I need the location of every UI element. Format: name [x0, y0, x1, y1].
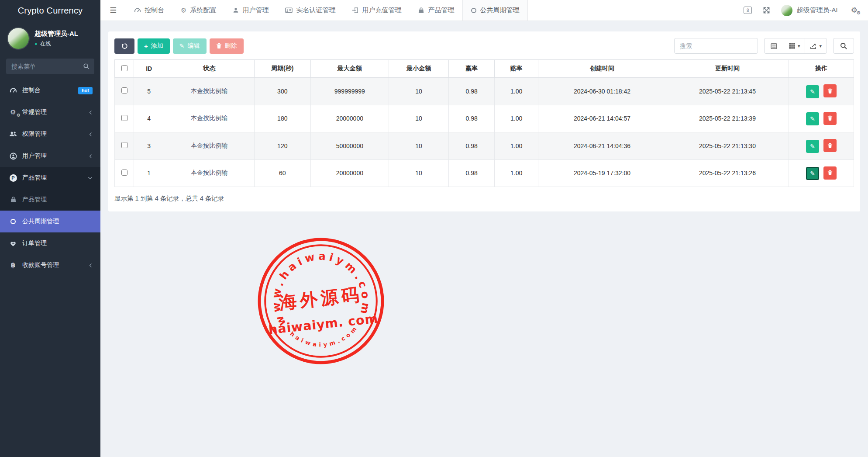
refresh-button[interactable]: [114, 38, 134, 54]
row-edit-button[interactable]: ✎: [806, 140, 819, 153]
pagination-summary: 显示第 1 到第 4 条记录，总共 4 条记录: [114, 194, 854, 203]
cell-period: 180: [254, 105, 310, 132]
cell-created: 2024-06-21 14:04:57: [538, 105, 666, 132]
row-checkbox[interactable]: [121, 115, 127, 121]
row-checkbox[interactable]: [121, 142, 127, 148]
row-edit-button[interactable]: ✎: [806, 85, 819, 98]
tab-label: 公共周期管理: [480, 6, 519, 14]
fullscreen-button[interactable]: [763, 7, 770, 14]
cell-status[interactable]: 本金按比例输: [191, 142, 227, 149]
topbar-right: 文 超级管理员-AL ⚙ ⚙: [744, 0, 868, 21]
cell-period: 60: [254, 159, 310, 187]
search-icon: [840, 42, 847, 49]
tab-system-config[interactable]: ⚙ 系统配置: [172, 0, 224, 21]
watermark-bottom-arc-text: haiwaiym.com: [288, 323, 361, 351]
cell-min: 10: [389, 78, 449, 105]
user-circle-icon: [8, 152, 18, 160]
columns-button[interactable]: ▾: [784, 38, 806, 54]
column-header[interactable]: 最小金额: [389, 60, 449, 78]
tab-user-recharge[interactable]: 用户充值管理: [344, 0, 410, 21]
cell-max: 20000000: [310, 159, 389, 187]
search-icon: [83, 63, 90, 69]
menu-search-input[interactable]: [6, 59, 94, 74]
toggle-view-button[interactable]: [764, 38, 784, 54]
tachometer-icon: [134, 7, 141, 14]
sidebar-subitem-period[interactable]: 公共周期管理: [0, 211, 100, 232]
column-header[interactable]: 更新时间: [666, 60, 789, 78]
cell-status[interactable]: 本金按比例输: [191, 87, 227, 94]
row-delete-button[interactable]: [823, 112, 837, 125]
cell-period: 300: [254, 78, 310, 105]
cell-min: 10: [389, 132, 449, 160]
cell-max: 20000000: [310, 105, 389, 132]
row-checkbox[interactable]: [121, 170, 127, 176]
sign-in-icon: [352, 7, 358, 14]
row-edit-button[interactable]: ✎: [806, 112, 819, 125]
sidebar-item-dashboard[interactable]: 控制台 hot: [0, 80, 100, 101]
language-button[interactable]: 文: [744, 7, 752, 14]
tab-product-management[interactable]: 产品管理: [410, 0, 462, 21]
cell-status[interactable]: 本金按比例输: [191, 169, 227, 176]
user-name: 超级管理员-AL: [34, 30, 78, 38]
export-button[interactable]: ▾: [805, 38, 827, 54]
row-delete-button[interactable]: [823, 139, 837, 152]
sidebar-item-permission[interactable]: 权限管理: [0, 123, 100, 145]
select-all-checkbox[interactable]: [121, 65, 127, 71]
sidebar-item-product-group[interactable]: P 产品管理: [0, 167, 100, 189]
user-icon: [233, 7, 239, 14]
tab-identity-verification[interactable]: 实名认证管理: [277, 0, 344, 21]
plus-icon: +: [144, 43, 148, 49]
cell-id: 3: [134, 132, 164, 160]
column-header[interactable]: 赢率: [449, 60, 495, 78]
edit-button[interactable]: ✎ 编辑: [173, 38, 207, 54]
table-header-row: ID 状态 周期(秒) 最大金额 最小金额 赢率 赔率 创建时间 更新时间 操作: [115, 60, 854, 78]
add-button[interactable]: + 添加: [138, 38, 170, 54]
cell-updated: 2025-05-22 21:13:45: [666, 78, 789, 105]
sidebar-item-orders[interactable]: 订单管理: [0, 232, 100, 254]
search-submit-button[interactable]: [833, 38, 854, 54]
column-header[interactable]: 最大金额: [310, 60, 389, 78]
sidebar-group-product: P 产品管理 产品管理 公共周期管理: [0, 167, 100, 232]
user-panel: 超级管理员-AL ● 在线: [0, 21, 100, 54]
row-checkbox[interactable]: [121, 87, 127, 93]
circle-o-icon: [471, 8, 476, 13]
topbar-user-menu[interactable]: 超级管理员-AL: [781, 5, 839, 16]
data-table: ID 状态 周期(秒) 最大金额 最小金额 赢率 赔率 创建时间 更新时间 操作…: [114, 59, 854, 187]
tab-label: 实名认证管理: [296, 6, 335, 14]
column-header[interactable]: ID: [134, 60, 164, 78]
table-search-input[interactable]: [674, 38, 758, 54]
cell-period: 120: [254, 132, 310, 160]
cell-status[interactable]: 本金按比例输: [191, 114, 227, 121]
sidebar-item-users[interactable]: 用户管理: [0, 145, 100, 167]
column-header[interactable]: 状态: [164, 60, 255, 78]
tab-dashboard[interactable]: 控制台: [126, 0, 172, 21]
cell-odds: 1.00: [495, 105, 538, 132]
cell-created: 2024-05-19 17:32:00: [538, 159, 666, 187]
watermark-stamp: www.haiwaiym.com 海外源码 haiwaiym. com haiw…: [250, 230, 391, 371]
status-dot-icon: ●: [34, 42, 38, 46]
sidebar-item-general[interactable]: ⚙⚙ 常规管理: [0, 101, 100, 123]
delete-button[interactable]: 删除: [210, 38, 244, 54]
cell-max: 50000000: [310, 132, 389, 160]
cell-win-rate: 0.98: [449, 159, 495, 187]
tab-public-period[interactable]: 公共周期管理: [462, 0, 528, 21]
cell-odds: 1.00: [495, 78, 538, 105]
column-header[interactable]: 创建时间: [538, 60, 666, 78]
column-header[interactable]: 周期(秒): [254, 60, 310, 78]
cell-odds: 1.00: [495, 132, 538, 160]
sidebar-item-payment-accounts[interactable]: ฿ 收款账号管理: [0, 254, 100, 276]
hamburger-button[interactable]: ☰: [100, 0, 126, 21]
sidebar-subitem-product[interactable]: 产品管理: [0, 189, 100, 211]
column-header[interactable]: 赔率: [495, 60, 538, 78]
sidebar-subitem-label: 公共周期管理: [22, 218, 59, 225]
tab-user-management[interactable]: 用户管理: [224, 0, 277, 21]
grid-icon: [789, 43, 795, 49]
row-edit-button[interactable]: ✎: [806, 167, 819, 180]
table-row: 5 本金按比例输 300 999999999 10 0.98 1.00 2024…: [115, 78, 854, 105]
row-delete-button[interactable]: [823, 166, 837, 180]
settings-button[interactable]: ⚙ ⚙: [851, 6, 858, 15]
cell-id: 1: [134, 159, 164, 187]
watermark-center-en: haiwaiym. com: [268, 311, 379, 337]
row-delete-button[interactable]: [823, 84, 837, 97]
tab-label: 用户充值管理: [362, 6, 401, 14]
